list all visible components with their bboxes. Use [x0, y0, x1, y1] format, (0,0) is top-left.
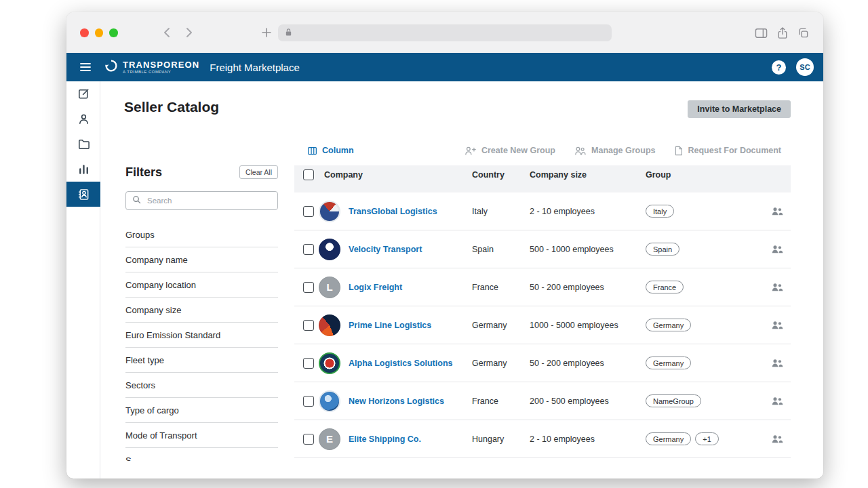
search-icon: [132, 195, 141, 207]
forward-button[interactable]: [182, 26, 195, 39]
group-tag: Germany: [646, 432, 691, 445]
table-row: Velocity Transport Spain 500 - 1000 empl…: [294, 230, 791, 268]
app-header: TRANSPOREON A Trimble Company Freight Ma…: [66, 53, 823, 81]
column-header-group: Group: [646, 170, 764, 180]
clear-all-button[interactable]: Clear All: [239, 165, 278, 179]
menu-icon[interactable]: [79, 60, 92, 74]
back-button[interactable]: [161, 26, 174, 39]
row-checkbox[interactable]: [303, 206, 314, 217]
sidebar-item-compose[interactable]: [66, 81, 100, 106]
traffic-lights: [80, 28, 118, 37]
add-group-icon: [465, 146, 477, 156]
brand-mark-icon: [104, 59, 118, 75]
manage-groups-button[interactable]: Manage Groups: [574, 146, 655, 156]
browser-window: TRANSPOREON A Trimble Company Freight Ma…: [66, 12, 823, 479]
company-name[interactable]: Velocity Transport: [349, 245, 472, 254]
assign-group-button[interactable]: [764, 396, 791, 406]
new-tab-icon[interactable]: [260, 26, 273, 39]
company-name[interactable]: Prime Line Logistics: [349, 321, 472, 330]
zoom-button[interactable]: [109, 28, 118, 37]
company-name[interactable]: Logix Freight: [349, 283, 472, 292]
group-tags: Germany: [646, 319, 764, 331]
table-row: New Horizons Logistics France 200 - 500 …: [294, 382, 791, 420]
row-checkbox[interactable]: [303, 282, 314, 293]
sidebar-item-folders[interactable]: [66, 131, 100, 157]
group-tag: +1: [695, 432, 719, 445]
company-logo: [319, 201, 340, 222]
close-button[interactable]: [80, 28, 89, 37]
filter-item[interactable]: Company location: [125, 272, 278, 298]
assign-group-button[interactable]: [764, 434, 791, 444]
column-header-country: Country: [472, 170, 530, 180]
sidebar-panel-icon[interactable]: [755, 28, 768, 39]
company-size-cell: 50 - 200 employees: [530, 359, 646, 368]
row-checkbox[interactable]: [303, 320, 314, 331]
row-checkbox[interactable]: [303, 244, 314, 255]
folder-icon: [77, 138, 90, 150]
assign-group-button[interactable]: [764, 282, 791, 292]
company-logo: [319, 352, 340, 374]
filter-item-label: S: [125, 455, 132, 462]
main-content: Seller Catalog Invite to Marketplace Fil…: [100, 81, 823, 479]
sidebar-item-carriers[interactable]: [66, 106, 100, 131]
table-header-row: Company Country Company size Group: [294, 165, 791, 192]
group-tag: Italy: [646, 205, 674, 218]
company-name[interactable]: Alpha Logistics Solutions: [349, 359, 472, 368]
search-input[interactable]: [146, 196, 271, 205]
company-logo: [319, 239, 340, 260]
company-size-cell: 500 - 1000 employees: [530, 245, 646, 254]
group-tags: Spain: [646, 243, 764, 256]
create-new-group-button[interactable]: Create New Group: [465, 146, 555, 156]
filter-item[interactable]: Sectors: [125, 373, 278, 398]
brand-logo: TRANSPOREON A Trimble Company: [104, 59, 199, 75]
minimize-button[interactable]: [95, 28, 104, 37]
contacts-icon: [77, 188, 90, 201]
invite-to-marketplace-button[interactable]: Invite to Marketplace: [688, 100, 791, 118]
columns-icon: [307, 146, 317, 156]
filter-item[interactable]: Company size: [125, 298, 278, 323]
column-button[interactable]: Column: [307, 146, 354, 156]
filter-item[interactable]: Fleet type: [125, 348, 278, 373]
company-name[interactable]: New Horizons Logistics: [349, 396, 472, 406]
assign-group-button[interactable]: [764, 244, 791, 254]
filter-search[interactable]: [125, 191, 278, 210]
tabs-overview-icon[interactable]: [797, 27, 809, 39]
sidebar-item-reports[interactable]: [66, 157, 100, 182]
assign-group-button[interactable]: [764, 358, 791, 368]
filter-item-label: Mode of Transport: [125, 430, 197, 441]
group-tags: Germany+1: [646, 432, 764, 445]
row-checkbox[interactable]: [303, 396, 314, 407]
row-checkbox[interactable]: [303, 434, 314, 445]
group-tag: Germany: [646, 319, 691, 331]
share-icon[interactable]: [777, 26, 788, 39]
filter-item-label: Euro Emission Standard: [125, 330, 220, 340]
filter-item[interactable]: Mode of Transport: [125, 423, 278, 448]
company-name[interactable]: Elite Shipping Co.: [349, 434, 472, 444]
help-button[interactable]: ?: [772, 60, 786, 75]
assign-group-button[interactable]: [764, 320, 791, 330]
country-cell: Spain: [472, 245, 530, 254]
filter-item[interactable]: Type of cargo: [125, 398, 278, 423]
request-for-document-button[interactable]: Request For Document: [674, 146, 781, 156]
group-tags: Italy: [646, 205, 764, 218]
user-avatar[interactable]: SC: [796, 58, 814, 76]
filter-list: Groups Company name Company location Com…: [125, 222, 278, 461]
country-cell: Italy: [472, 207, 530, 216]
group-tag: Spain: [646, 243, 679, 256]
assign-group-button[interactable]: [764, 206, 791, 216]
filter-item-label: Company location: [125, 280, 196, 290]
sidebar-item-seller-catalog[interactable]: [66, 182, 100, 207]
address-bar[interactable]: [278, 24, 612, 41]
filter-item[interactable]: Company name: [125, 247, 278, 272]
group-tag: NameGroup: [646, 394, 701, 407]
filter-item[interactable]: S: [125, 448, 278, 461]
row-checkbox[interactable]: [303, 358, 314, 369]
select-all-checkbox[interactable]: [303, 169, 314, 180]
filter-item[interactable]: Groups: [125, 222, 278, 247]
filter-item[interactable]: Euro Emission Standard: [125, 323, 278, 348]
manage-groups-label: Manage Groups: [591, 146, 655, 155]
group-tag: Germany: [646, 357, 691, 369]
column-header-company-size: Company size: [530, 170, 646, 180]
company-name[interactable]: TransGlobal Logistics: [349, 207, 472, 216]
table-toolbar: Column Create New Group Manage Groups: [294, 142, 791, 159]
